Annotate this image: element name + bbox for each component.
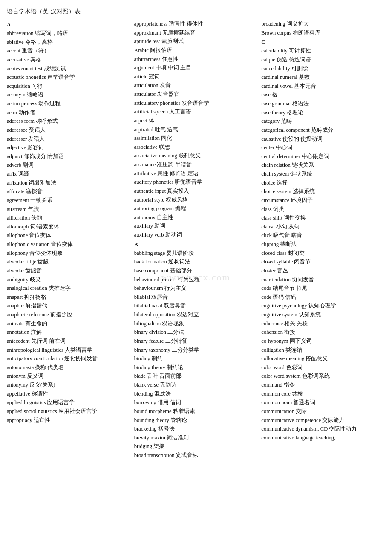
col2-entries-b: babbling stage 婴儿语阶段back-formation 逆构词法b… bbox=[134, 249, 258, 460]
list-item: antonomasia 换称 代类名 bbox=[7, 363, 131, 372]
list-item: co-hyponym 同下义词 bbox=[261, 337, 385, 346]
list-item: applied sociolinguistics 应用社会语言学 bbox=[7, 407, 131, 416]
list-item: babbling stage 婴儿语阶段 bbox=[134, 249, 258, 258]
list-item: coda 结尾音节 符尾 bbox=[261, 284, 385, 293]
list-item: allophony 音位变体现象 bbox=[7, 249, 131, 258]
list-item: antonym 反义词 bbox=[7, 372, 131, 381]
list-item: calque 仿造 仿造词语 bbox=[261, 55, 385, 64]
list-item: cardinal numeral 基数 bbox=[261, 73, 385, 82]
list-item: chain relation 链状关系 bbox=[261, 161, 385, 170]
list-item: causative 使役的 使投动词 bbox=[261, 135, 385, 144]
list-item: affixation 词缀附加法 bbox=[7, 179, 131, 188]
list-item: closed class 封闭类 bbox=[261, 249, 385, 258]
list-item: authorial style 权威风格 bbox=[134, 196, 258, 205]
column-1: A abbreviation 缩写词，略语ablative 夺格，离格accen… bbox=[7, 20, 134, 460]
list-item: applied linguistics 应用语言学 bbox=[7, 398, 131, 407]
list-item: anticipatory coarticulation 逆化协同发音 bbox=[7, 354, 131, 363]
list-item: code 语码 信码 bbox=[261, 293, 385, 302]
list-item: alliteration 头韵 bbox=[7, 214, 131, 223]
list-item: bilingualism 双语现象 bbox=[134, 319, 258, 328]
list-item: articulator 发音器官 bbox=[134, 90, 258, 99]
list-item: colligation 类连结 bbox=[261, 346, 385, 355]
list-item: auditory phonetics 听觉语音学 bbox=[134, 178, 258, 187]
list-item: cardinal vowel 基本元音 bbox=[261, 82, 385, 91]
list-item: anapest 抑抑扬格 bbox=[7, 293, 131, 302]
list-item: affricate 塞擦音 bbox=[7, 187, 131, 196]
list-item: allomorph 词/语素变体 bbox=[7, 223, 131, 231]
list-item: Arabic 阿拉伯语 bbox=[134, 46, 258, 55]
list-item: allophonic variation 音位变体 bbox=[7, 240, 131, 249]
list-item: article 冠词 bbox=[134, 72, 258, 81]
list-item: address form 称呼形式 bbox=[7, 117, 131, 126]
list-item: broadening 词义扩大 bbox=[261, 20, 385, 29]
list-item: choice 选择 bbox=[261, 179, 385, 188]
list-item: behavioural process 行为过程 bbox=[134, 275, 258, 284]
list-item: color word system 色彩词系统 bbox=[261, 372, 385, 381]
list-item: addresser 发话人 bbox=[7, 135, 131, 144]
list-item: artificial speech 人工言语 bbox=[134, 107, 258, 116]
list-item: center 中心词 bbox=[261, 143, 385, 152]
list-item: allophone 音位变体 bbox=[7, 231, 131, 240]
list-item: anaphor 前指替代 bbox=[7, 301, 131, 310]
list-item: anthropological linguistics 人类语言学 bbox=[7, 346, 131, 355]
list-item: clause 小句 从句 bbox=[261, 223, 385, 231]
column-2: appropriateness 适宜性 得体性approximant 无摩擦延续… bbox=[134, 20, 262, 460]
list-item: bracketing 括号法 bbox=[134, 425, 258, 434]
list-item: adjective 形容词 bbox=[7, 143, 131, 152]
list-item: articulatory phonetics 发音语音学 bbox=[134, 99, 258, 108]
list-item: abbreviation 缩写词，略语 bbox=[7, 29, 131, 38]
list-item: central determiner 中心限定词 bbox=[261, 152, 385, 161]
list-item: category 范畴 bbox=[261, 117, 385, 126]
list-item: communicative language teaching, bbox=[261, 434, 385, 442]
list-item: action process 动作过程 bbox=[7, 99, 131, 108]
list-item: acronym 缩略语 bbox=[7, 90, 131, 99]
list-item: appellative 称谓性 bbox=[7, 390, 131, 399]
list-item: borrowing 借用 借词 bbox=[134, 398, 258, 407]
col3-entries-c: calculability 可计算性calque 仿造 仿造词语cancella… bbox=[261, 46, 385, 442]
list-item: blank verse 无韵诗 bbox=[134, 381, 258, 390]
list-item: binary taxonomy 二分分类学 bbox=[134, 346, 258, 355]
list-item: brevity maxim 简洁准则 bbox=[134, 434, 258, 442]
list-item: animate 有生命的 bbox=[7, 319, 131, 328]
list-item: chain system 链状系统 bbox=[261, 170, 385, 179]
list-item: blending 混成法 bbox=[134, 390, 258, 399]
list-item: cohension 衔接 bbox=[261, 328, 385, 337]
list-item: ablative 夺格，离格 bbox=[7, 38, 131, 47]
list-item: binding 制约 bbox=[134, 354, 258, 363]
list-item: closed syllable 闭音节 bbox=[261, 257, 385, 266]
list-item: auxiliary 助词 bbox=[134, 222, 258, 231]
list-item: achievement test 成绩测试 bbox=[7, 64, 131, 73]
list-item: accent 重音（符） bbox=[7, 46, 131, 55]
list-item: common core 共核 bbox=[261, 390, 385, 399]
list-item: adjunct 修饰成分 附加语 bbox=[7, 152, 131, 161]
list-item: bounding theory 管辖论 bbox=[134, 416, 258, 425]
list-item: airstream 气流 bbox=[7, 205, 131, 214]
list-item: associative meaning 联想意义 bbox=[134, 151, 258, 160]
list-item: assonance 准压韵 半谐音 bbox=[134, 160, 258, 169]
list-item: case theory 格理论 bbox=[261, 108, 385, 117]
list-item: autonomy 自主性 bbox=[134, 213, 258, 222]
list-item: acquisition 习得 bbox=[7, 82, 131, 91]
list-item: assimilation 同化 bbox=[134, 134, 258, 143]
page-title: 语言学术语（英-汉对照）表 bbox=[7, 8, 385, 15]
letter-b-col2: B bbox=[134, 241, 258, 248]
col2-entries-a: appropriateness 适宜性 得体性approximant 无摩擦延续… bbox=[134, 20, 258, 240]
list-item: alveolar 齿龈音 bbox=[7, 266, 131, 275]
list-item: binding theory 制约论 bbox=[134, 363, 258, 372]
list-item: class 词类 bbox=[261, 205, 385, 214]
letter-a-col1: A bbox=[7, 21, 131, 28]
list-item: behaviourism 行为主义 bbox=[134, 284, 258, 293]
column-3: broadening 词义扩大Brown corpus 布朗语料库 C calc… bbox=[261, 20, 385, 460]
list-item: adverb 副词 bbox=[7, 161, 131, 170]
list-item: attributive 属性 修饰语 定语 bbox=[134, 169, 258, 178]
list-item: cognitive psychology 认知心理学 bbox=[261, 301, 385, 310]
list-item: bilateral opposition 双边对立 bbox=[134, 310, 258, 319]
list-item: arbitrariness 任意性 bbox=[134, 55, 258, 64]
list-item: calculability 可计算性 bbox=[261, 46, 385, 55]
list-item: accusative 宾格 bbox=[7, 55, 131, 64]
list-item: coarticulation 协同发音 bbox=[261, 275, 385, 284]
list-item: addressee 受话人 bbox=[7, 126, 131, 135]
list-item: antecedent 先行词 前在词 bbox=[7, 337, 131, 346]
list-item: ambiguity 歧义 bbox=[7, 275, 131, 284]
list-item: coherence 相关 关联 bbox=[261, 319, 385, 328]
